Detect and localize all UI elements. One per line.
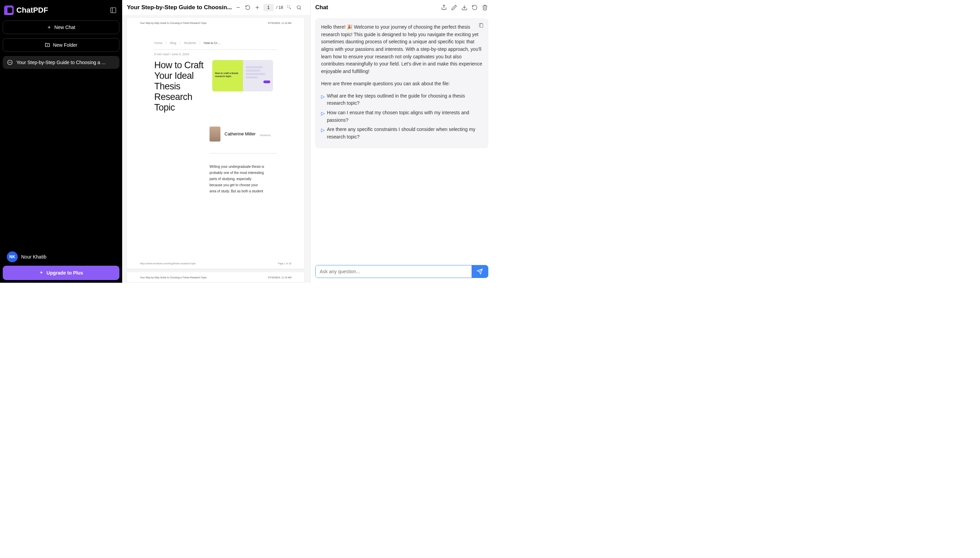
download-icon <box>461 5 467 11</box>
welcome-text: Hello there! 🎉 Welcome to your journey o… <box>321 23 482 75</box>
chat-input-row <box>311 262 493 283</box>
edit-icon <box>451 5 457 11</box>
examples-intro: Here are three example questions you can… <box>321 80 482 88</box>
trash-icon <box>482 5 488 11</box>
pdf-breadcrumb: Home/ Blog/ Students/ How to Cr… <box>140 41 291 45</box>
user-profile-button[interactable]: NK Nour Khatib <box>3 248 119 266</box>
sparkle-icon <box>39 271 44 275</box>
clipboard-icon <box>478 23 484 28</box>
panel-left-icon <box>110 7 117 14</box>
user-name: Nour Khatib <box>21 254 46 259</box>
plus-icon <box>255 5 260 10</box>
download-button[interactable] <box>461 4 468 11</box>
footer-url: https://www.wordtune.com/blog/thesis-res… <box>140 262 196 265</box>
breadcrumb-item: Blog <box>170 41 176 45</box>
brand-name: ChatPDF <box>16 6 48 15</box>
svg-point-9 <box>11 62 11 63</box>
zoom-out-button[interactable] <box>235 4 242 11</box>
folder-plus-icon <box>45 42 50 48</box>
pdf-title: Your Step-by-Step Guide to Choosin... <box>127 4 232 11</box>
triangle-right-icon: ▷ <box>321 93 325 101</box>
reset-button[interactable] <box>471 4 478 11</box>
chat-header: Chat <box>311 0 493 15</box>
page-total: / 18 <box>276 5 283 10</box>
rotate-button[interactable] <box>244 4 251 11</box>
delete-button[interactable] <box>482 4 488 11</box>
logo[interactable]: ChatPDF <box>4 5 48 15</box>
new-chat-button[interactable]: New Chat <box>3 20 119 34</box>
triangle-right-icon: ▷ <box>321 110 325 117</box>
pdf-scroll-area[interactable]: Your Step-by-Step Guide to Choosing a Th… <box>122 15 310 283</box>
sidebar: ChatPDF New Chat New Folder Your Step-by… <box>0 0 122 283</box>
share-icon <box>441 5 447 11</box>
search-pdf-button[interactable] <box>296 4 303 11</box>
pdf-meta: 8 min read • June 6, 2024 <box>154 53 291 56</box>
new-folder-label: New Folder <box>53 42 77 48</box>
breadcrumb-item: Home <box>154 41 163 45</box>
page-header-title: Your Step-by-Step Guide to Choosing a Th… <box>140 276 207 279</box>
search-icon <box>296 5 302 10</box>
suggestion-text: How can I ensure that my chosen topic al… <box>327 109 482 124</box>
pdf-toolbar: Your Step-by-Step Guide to Choosin... / … <box>122 0 310 15</box>
author-name: Catherine Miller <box>225 131 256 137</box>
collapse-sidebar-button[interactable] <box>109 5 118 15</box>
article-heading: How to Craft Your Ideal Thesis Research … <box>154 60 206 113</box>
svg-line-15 <box>299 8 301 10</box>
upgrade-button[interactable]: Upgrade to Plus <box>3 266 119 280</box>
breadcrumb-item: Students <box>184 41 196 45</box>
zoom-in-button[interactable] <box>254 4 261 11</box>
chat-title: Chat <box>315 4 328 11</box>
minus-icon <box>235 5 241 10</box>
chat-actions <box>441 4 488 11</box>
chat-input[interactable] <box>316 265 472 277</box>
author-row: Catherine Miller Students <box>209 126 291 141</box>
cursor-select-icon <box>287 5 292 10</box>
send-icon <box>477 268 483 274</box>
svg-rect-18 <box>480 24 483 28</box>
svg-point-7 <box>9 62 9 63</box>
pdf-pane: Your Step-by-Step Guide to Choosin... / … <box>122 0 311 283</box>
rotate-ccw-icon <box>245 5 250 10</box>
sidebar-item-label: Your Step-by-Step Guide to Choosing a ..… <box>16 60 105 65</box>
suggestion-1[interactable]: ▷ What are the key steps outlined in the… <box>321 92 482 107</box>
new-folder-button[interactable]: New Folder <box>3 38 119 52</box>
pdf-page-1: Your Step-by-Step Guide to Choosing a Th… <box>127 18 304 269</box>
share-button[interactable] <box>441 4 447 11</box>
chat-input-wrap <box>315 265 488 278</box>
new-chat-label: New Chat <box>54 25 75 30</box>
breadcrumb-item: How to Cr… <box>204 41 220 45</box>
page-number-input[interactable] <box>263 4 274 11</box>
edit-button[interactable] <box>451 4 457 11</box>
chat-pane: Chat Hello there! 🎉 Welcome to yo <box>311 0 493 283</box>
page-header-date: 07/10/2024, 11:14 AM <box>268 276 292 279</box>
refresh-icon <box>472 5 478 11</box>
avatar: NK <box>7 251 18 262</box>
send-button[interactable] <box>472 265 488 277</box>
hero-card-caption: How to craft a thesis research topic <box>212 60 243 92</box>
hero-card-illustration <box>243 60 273 92</box>
assistant-message: Hello there! 🎉 Welcome to your journey o… <box>315 18 488 148</box>
chat-bubble-icon <box>7 59 13 66</box>
suggestion-text: What are the key steps outlined in the g… <box>327 92 482 107</box>
svg-rect-0 <box>111 8 116 13</box>
sidebar-header: ChatPDF <box>3 3 119 20</box>
sidebar-item-active-chat[interactable]: Your Step-by-Step Guide to Choosing a ..… <box>3 56 119 69</box>
article-body: Writing your undergraduate thesis is pro… <box>209 164 264 194</box>
svg-point-14 <box>297 6 300 9</box>
upgrade-label: Upgrade to Plus <box>46 270 83 276</box>
svg-point-8 <box>10 62 10 63</box>
avatar-initials: NK <box>9 254 15 259</box>
plus-icon <box>47 25 51 30</box>
author-role: Students <box>260 134 271 137</box>
hero-card: How to craft a thesis research topic <box>212 60 273 92</box>
page-header-title: Your Step-by-Step Guide to Choosing a Th… <box>140 22 207 24</box>
chat-body[interactable]: Hello there! 🎉 Welcome to your journey o… <box>311 15 493 262</box>
footer-page: Page 1 of 18 <box>278 262 291 265</box>
select-tool-button[interactable] <box>286 4 293 11</box>
suggestion-3[interactable]: ▷ Are there any specific constraints I s… <box>321 126 482 141</box>
pdf-page-footer: https://www.wordtune.com/blog/thesis-res… <box>140 262 291 265</box>
triangle-right-icon: ▷ <box>321 126 325 134</box>
pdf-page-2: Your Step-by-Step Guide to Choosing a Th… <box>127 272 304 282</box>
suggestion-2[interactable]: ▷ How can I ensure that my chosen topic … <box>321 109 482 124</box>
copy-message-button[interactable] <box>478 22 485 29</box>
